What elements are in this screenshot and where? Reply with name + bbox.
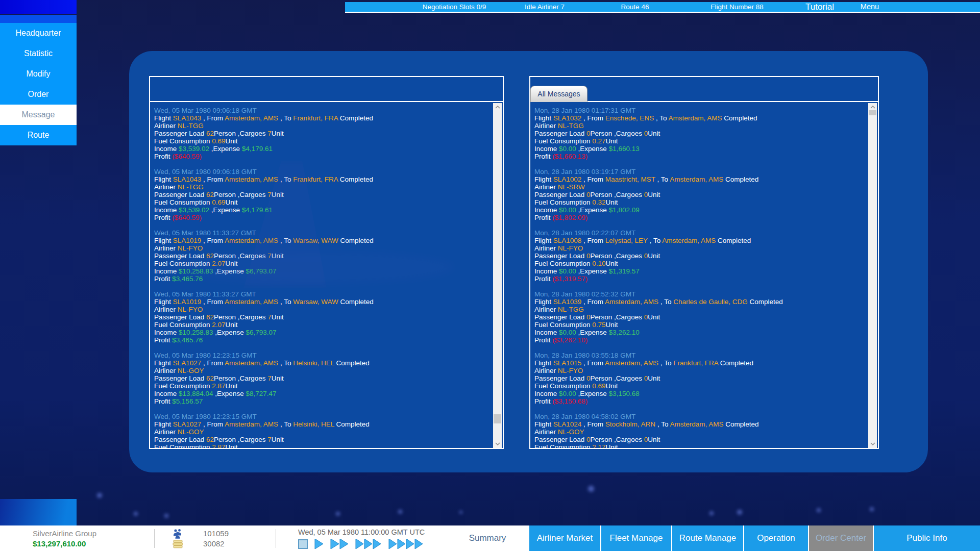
sidebar-item-headquarter[interactable]: Headquarter xyxy=(0,23,77,43)
airliner-registration: NL-TGG xyxy=(558,306,584,313)
passenger-count: 62 xyxy=(206,252,214,260)
message-fuel-line: Fuel Consumption 0.27Unit xyxy=(534,137,865,145)
nav-button-fleet-manage[interactable]: Fleet Manage xyxy=(600,525,671,551)
passenger-count: 62 xyxy=(206,436,214,443)
play-4x-button[interactable] xyxy=(388,539,424,549)
message: Mon, 28 Jan 1980 02:52:32 GMT Flight SLA… xyxy=(534,290,865,344)
fuel-amount: 2.07 xyxy=(212,321,225,329)
nav-button-order-center[interactable]: Order Center xyxy=(808,525,873,551)
nav-button-operation[interactable]: Operation xyxy=(743,525,808,551)
income-amount: $3,539.02 xyxy=(179,145,209,153)
flight-status: Completed xyxy=(716,237,751,244)
cargo-count: 7 xyxy=(267,436,272,443)
tab-all-messages[interactable]: All Messages xyxy=(530,86,587,102)
nav-button-airliner-market[interactable]: Airliner Market xyxy=(529,525,600,551)
passenger-count: 62 xyxy=(206,374,214,382)
origin-airport: Amsterdam, AMS xyxy=(225,420,278,428)
summary-button[interactable]: Summary xyxy=(462,533,513,543)
sidebar-item-statistic[interactable]: Statistic xyxy=(0,43,77,64)
message-income-line: Income $10,258.83 ,Expense $6,793.07 xyxy=(154,329,489,336)
expense-amount: $3,262.10 xyxy=(609,329,640,336)
chevron-down-icon xyxy=(870,442,875,445)
chevron-up-icon xyxy=(495,106,500,109)
message: Wed, 05 Mar 1980 09:06:18 GMT Flight SLA… xyxy=(154,107,489,160)
fuel-amount: 0.69 xyxy=(212,198,225,206)
play-3x-button[interactable] xyxy=(355,539,382,549)
message: Mon, 28 Jan 1980 03:19:17 GMT Flight SLA… xyxy=(534,168,865,221)
nav-button-route-manage[interactable]: Route Manage xyxy=(671,525,743,551)
fuel-amount: 2.87 xyxy=(212,382,225,390)
profit-amount: ($640.59) xyxy=(172,214,202,221)
message-profit-line: Profit ($1,319.57) xyxy=(534,275,865,283)
scrollbar-thumb[interactable] xyxy=(869,110,876,115)
message-income-line: Income $0.00 ,Expense $1,802.09 xyxy=(534,206,865,214)
sidebar-item-message[interactable]: Message xyxy=(0,105,77,125)
scrollbar[interactable] xyxy=(868,103,877,448)
scrollbar[interactable] xyxy=(493,103,502,448)
message-datetime: Mon, 28 Jan 1980 02:22:07 GMT xyxy=(534,229,865,237)
message-flight-line: Flight SLA1032 , From Enschede, ENS , To… xyxy=(534,114,865,122)
divider xyxy=(276,529,276,548)
fuel-amount: 0.27 xyxy=(592,137,605,145)
expense-amount: $6,793.07 xyxy=(246,329,276,336)
origin-airport: Maastricht, MST xyxy=(605,176,655,183)
menu-button[interactable]: Menu xyxy=(861,2,879,12)
nav-button-public-info[interactable]: Public Info xyxy=(873,525,980,551)
message-flight-line: Flight SLA1024 , From Stockholm, ARN , T… xyxy=(534,420,865,428)
message-airliner-line: Airliner NL-TGG xyxy=(154,183,489,191)
message-datetime: Mon, 28 Jan 1980 01:17:31 GMT xyxy=(534,107,865,114)
flight-number: SLA1024 xyxy=(553,420,582,428)
chevron-down-icon xyxy=(495,442,500,445)
pause-button[interactable] xyxy=(298,539,308,549)
profit-amount: ($1,660.13) xyxy=(552,153,587,160)
message-fuel-line: Fuel Consumption 2.17Unit xyxy=(534,443,865,448)
message-fuel-line: Fuel Consumption 2.07Unit xyxy=(154,260,489,267)
income-amount: $10,258.83 xyxy=(179,329,213,336)
company-balance: $13,297,610.00 xyxy=(33,539,86,548)
message-fuel-line: Fuel Consumption 2.87Unit xyxy=(154,382,489,390)
flight-number: SLA1019 xyxy=(173,237,202,244)
flight-number: SLA1027 xyxy=(173,359,202,367)
airliner-registration: NL-GOY xyxy=(178,428,204,436)
message-profit-line: Profit ($3,150.68) xyxy=(534,397,865,405)
passenger-count: 62 xyxy=(206,130,214,137)
message-load-line: Passenger Load 0Person ,Cargoes 0Unit xyxy=(534,130,865,137)
scrollbar-up-button[interactable] xyxy=(493,103,502,111)
sidebar-item-route[interactable]: Route xyxy=(0,125,77,145)
fuel-amount: 2.87 xyxy=(212,443,225,448)
passenger-count: 0 xyxy=(586,374,591,382)
destination-airport: Amsterdam, AMS xyxy=(662,237,716,244)
expense-amount: $1,319.57 xyxy=(609,267,640,275)
message-list: Mon, 28 Jan 1980 01:17:31 GMT Flight SLA… xyxy=(534,103,865,448)
message-panel-right: All Messages Mon, 28 Jan 1980 01:17:31 G… xyxy=(529,76,879,449)
destination-airport: Amsterdam, AMS xyxy=(668,114,722,122)
origin-airport: Amsterdam, AMS xyxy=(225,298,278,306)
scrollbar-down-button[interactable] xyxy=(868,440,877,448)
airliner-registration: NL-GOY xyxy=(178,367,204,374)
scrollbar-thumb[interactable] xyxy=(494,414,501,423)
flight-status: Completed xyxy=(722,114,757,122)
income-amount: $10,258.83 xyxy=(179,267,213,275)
fuel-amount: 2.07 xyxy=(212,260,225,267)
play-2x-button[interactable] xyxy=(330,539,349,549)
message-profit-line: Profit ($1,660.13) xyxy=(534,153,865,160)
message-airliner-line: Airliner NL-GOY xyxy=(534,428,865,436)
airliner-registration: NL-FYO xyxy=(558,367,583,374)
company-name: SilverAirline Group xyxy=(33,529,96,538)
message-datetime: Wed, 05 Mar 1980 12:23:15 GMT xyxy=(154,413,489,420)
origin-airport: Amsterdam, AMS xyxy=(225,359,278,367)
chevron-up-icon xyxy=(870,106,875,109)
play-1x-button[interactable] xyxy=(314,539,324,549)
flight-status: Completed xyxy=(748,298,783,306)
message-fuel-line: Fuel Consumption 0.69Unit xyxy=(154,137,489,145)
scrollbar-down-button[interactable] xyxy=(493,440,502,448)
message-list: Wed, 05 Mar 1980 09:06:18 GMT Flight SLA… xyxy=(154,103,489,448)
sidebar-item-modify[interactable]: Modify xyxy=(0,64,77,84)
sidebar-item-order[interactable]: Order xyxy=(0,84,77,105)
expense-amount: $1,802.09 xyxy=(609,206,640,214)
tutorial-button[interactable]: Tutorial xyxy=(805,2,834,12)
message: Wed, 05 Mar 1980 12:23:15 GMT Flight SLA… xyxy=(154,413,489,448)
passenger-count: 62 xyxy=(206,313,214,321)
play-faster-icon xyxy=(355,539,382,549)
flight-status: Completed xyxy=(723,176,758,183)
